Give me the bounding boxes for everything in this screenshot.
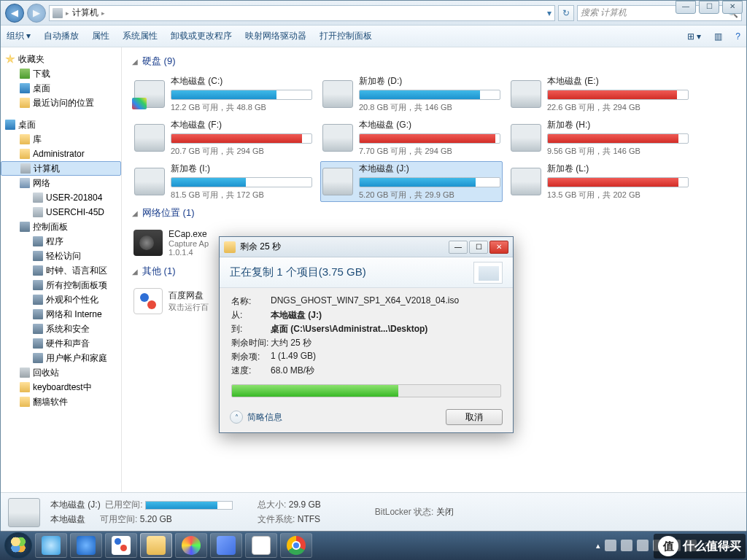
taskbar-app-6[interactable]	[210, 533, 242, 558]
dropdown-icon[interactable]: ▾	[547, 8, 551, 18]
drive-item[interactable]: 新加卷 (H:)9.56 GB 可用，共 146 GB	[508, 117, 691, 158]
more-details-toggle[interactable]: ˄简略信息	[230, 411, 282, 424]
sidebar-administrator[interactable]: Administrator	[1, 147, 121, 161]
drive-item[interactable]: 新加卷 (D:)20.8 GB 可用，共 146 GB	[320, 74, 503, 114]
organize-menu[interactable]: 组织 ▾	[7, 30, 31, 42]
sidebar-cp-users[interactable]: 用户帐户和家庭	[1, 351, 121, 365]
programs-icon	[33, 236, 43, 246]
dialog-minimize-button[interactable]: —	[449, 241, 468, 254]
preview-pane-icon[interactable]: ▥	[714, 31, 722, 42]
taskbar-app-1[interactable]	[35, 533, 67, 558]
users-icon	[33, 353, 43, 363]
breadcrumb-sep-icon: ▸	[66, 9, 69, 17]
sidebar-cp-all[interactable]: 所有控制面板项	[1, 278, 121, 292]
sidebar-cp-hardware[interactable]: 硬件和声音	[1, 336, 121, 351]
breadcrumb-sep-icon: ▸	[101, 9, 105, 17]
sidebar-folder-vpn[interactable]: 翻墙软件	[1, 394, 121, 409]
baidu-pan-icon	[133, 288, 163, 314]
tray-icon[interactable]	[605, 540, 616, 551]
drive-icon	[322, 168, 353, 195]
dialog-close-button[interactable]: ✕	[489, 241, 508, 254]
recycle-icon	[20, 368, 30, 378]
pc-icon	[33, 207, 43, 217]
taskbar-app-2[interactable]	[70, 533, 102, 558]
help-icon[interactable]: ?	[735, 31, 740, 42]
sidebar-desktop-fav[interactable]: 桌面	[1, 81, 121, 96]
chevron-up-icon: ˄	[230, 411, 243, 424]
drive-item[interactable]: 本地磁盘 (G:)7.70 GB 可用，共 294 GB	[320, 117, 503, 158]
tray-overflow-icon[interactable]: ▴	[596, 541, 600, 551]
sidebar-favorites[interactable]: 收藏夹	[1, 52, 121, 66]
sidebar-control-panel[interactable]: 控制面板	[1, 219, 121, 234]
group-netloc-header[interactable]: ◢网络位置 (1)	[132, 206, 739, 219]
dialog-titlebar[interactable]: 剩余 25 秒 — ☐ ✕	[220, 237, 513, 257]
sidebar-cp-security[interactable]: 系统和安全	[1, 322, 121, 336]
minimize-button[interactable]: —	[676, 1, 696, 14]
network-icon	[20, 178, 30, 188]
sidebar-folder-kb[interactable]: keyboardtest中	[1, 380, 121, 394]
drive-icon	[511, 80, 541, 108]
group-drives-header[interactable]: ◢硬盘 (9)	[132, 55, 739, 68]
toolbar-system-properties[interactable]: 系统属性	[123, 30, 158, 42]
drive-item[interactable]: 本地磁盘 (F:)20.7 GB 可用，共 294 GB	[132, 117, 314, 158]
sidebar-cp-clock[interactable]: 时钟、语言和区	[1, 263, 121, 278]
drive-item[interactable]: 本地磁盘 (J:)5.20 GB 可用，共 29.9 GB	[320, 161, 503, 202]
taskbar-chrome[interactable]	[280, 533, 312, 558]
window-controls: — ☐ ✕	[676, 1, 743, 14]
sidebar-recent[interactable]: 最近访问的位置	[1, 96, 121, 110]
sidebar-desktop[interactable]: 桌面	[1, 117, 121, 132]
toolbar-uninstall[interactable]: 卸载或更改程序	[171, 30, 232, 42]
drive-item[interactable]: 本地磁盘 (E:)22.6 GB 可用，共 294 GB	[508, 74, 691, 114]
search-placeholder: 搜索 计算机	[581, 7, 627, 19]
sidebar-libraries[interactable]: 库	[1, 132, 121, 147]
drive-usage-bar	[359, 90, 500, 100]
toolbar-autoplay[interactable]: 自动播放	[44, 30, 79, 42]
taskbar-app-5[interactable]	[175, 533, 207, 558]
dialog-maximize-button[interactable]: ☐	[469, 241, 488, 254]
sidebar-cp-programs[interactable]: 程序	[1, 234, 121, 249]
close-button[interactable]: ✕	[722, 1, 743, 14]
toolbar-properties[interactable]: 属性	[92, 30, 109, 42]
start-button[interactable]	[4, 532, 32, 559]
tray-icon[interactable]	[621, 540, 632, 551]
drive-item[interactable]: 新加卷 (I:)81.5 GB 可用，共 172 GB	[132, 161, 314, 202]
maximize-button[interactable]: ☐	[699, 1, 719, 14]
nav-bar: ◀ ▶ ▸ 计算机 ▸ ▾ ↻ 搜索 计算机 🔍	[1, 1, 746, 26]
sidebar-host2[interactable]: USERCHI-45D	[1, 205, 121, 219]
drive-item[interactable]: 本地磁盘 (C:)12.2 GB 可用，共 48.8 GB	[132, 74, 314, 114]
view-options-icon[interactable]: ⊞ ▾	[687, 31, 701, 42]
back-button[interactable]: ◀	[5, 4, 24, 23]
sidebar-network[interactable]: 网络	[1, 176, 121, 190]
drive-icon	[511, 124, 541, 152]
sidebar-computer[interactable]: 计算机	[1, 161, 121, 176]
collapse-icon: ◢	[132, 209, 138, 217]
drive-icon	[8, 498, 40, 527]
copy-speed: 68.0 MB/秒	[271, 365, 501, 377]
refresh-button[interactable]: ↻	[558, 5, 574, 21]
appearance-icon	[33, 295, 43, 305]
forward-button[interactable]: ▶	[27, 4, 46, 23]
drive-free-text: 5.20 GB 可用，共 29.9 GB	[359, 190, 500, 201]
tray-icon[interactable]	[637, 540, 649, 551]
drive-name: 新加卷 (D:)	[359, 75, 500, 88]
sidebar-recycle-bin[interactable]: 回收站	[1, 365, 121, 380]
drive-free-text: 12.2 GB 可用，共 48.8 GB	[171, 102, 312, 113]
folder-icon	[224, 241, 236, 253]
sidebar-cp-ease[interactable]: 轻松访问	[1, 249, 121, 263]
copy-from: 本地磁盘 (J:)	[271, 310, 322, 320]
toolbar-control-panel[interactable]: 打开控制面板	[320, 30, 372, 42]
taskbar-explorer[interactable]	[140, 533, 172, 558]
breadcrumb-segment[interactable]: 计算机	[72, 7, 98, 19]
sidebar-cp-network[interactable]: 网络和 Interne	[1, 307, 121, 322]
sidebar-downloads[interactable]: 下载	[1, 66, 121, 81]
toolbar-map-drive[interactable]: 映射网络驱动器	[245, 30, 306, 42]
drive-item[interactable]: 新加卷 (L:)13.5 GB 可用，共 202 GB	[508, 161, 691, 202]
drive-name: 新加卷 (H:)	[547, 119, 689, 131]
address-bar[interactable]: ▸ 计算机 ▸ ▾	[49, 5, 555, 21]
cancel-button[interactable]: 取消	[446, 409, 503, 425]
desktop-icon	[20, 83, 30, 93]
taskbar-app-3[interactable]	[105, 533, 137, 558]
sidebar-cp-appearance[interactable]: 外观和个性化	[1, 292, 121, 307]
sidebar-host1[interactable]: USER-201804	[1, 190, 121, 205]
taskbar-app-7[interactable]	[245, 533, 277, 558]
